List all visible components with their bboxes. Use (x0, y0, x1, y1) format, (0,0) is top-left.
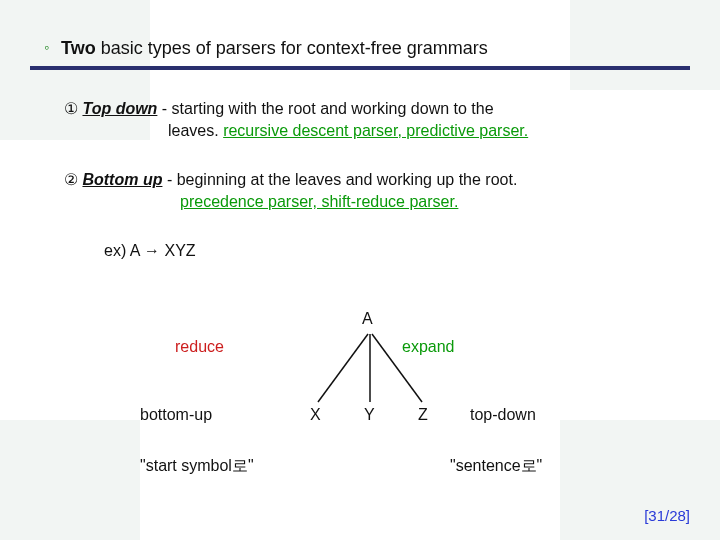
label-sentence: "sentence로" (450, 456, 542, 477)
item1-line2-pre: leaves. (168, 122, 223, 139)
label-start-symbol: "start symbol로" (140, 456, 254, 477)
label-top-down: top-down (470, 406, 536, 424)
item2-num: ② (64, 171, 78, 188)
item1-green: recursive descent parser, predictive par… (223, 122, 528, 139)
svg-line-2 (372, 334, 422, 402)
item2-dash: - (162, 171, 176, 188)
label-reduce: reduce (175, 338, 224, 356)
page-number: [31/28] (644, 507, 690, 524)
label-bottom-up: bottom-up (140, 406, 212, 424)
leaf-Y: Y (364, 406, 375, 424)
item1-num: ① (64, 100, 78, 117)
item1-dash: - (157, 100, 171, 117)
item2-rest: beginning at the leaves and working up t… (177, 171, 518, 188)
item-bottom-up: ② Bottom up - beginning at the leaves an… (64, 169, 670, 212)
heading-strong: Two (61, 38, 96, 58)
heading: ◦ Two basic types of parsers for context… (44, 38, 680, 59)
tree-diagram: A reduce expand bottom-up X Y Z top-down… (120, 310, 600, 510)
item-top-down: ① Top down - starting with the root and … (64, 98, 670, 141)
item1-rest: starting with the root and working down … (172, 100, 494, 117)
heading-rule (30, 66, 690, 70)
item2-green: precedence parser, shift-reduce parser. (180, 193, 458, 210)
bullet-icon: ◦ (44, 39, 49, 55)
slide: ◦ Two basic types of parsers for context… (0, 0, 720, 540)
heading-text: Two basic types of parsers for context-f… (61, 38, 488, 59)
item1-title: Top down (82, 100, 157, 117)
example: ex) A → XYZ (104, 240, 670, 262)
body: ① Top down - starting with the root and … (64, 98, 670, 262)
item2-title: Bottom up (82, 171, 162, 188)
heading-rest: basic types of parsers for context-free … (96, 38, 488, 58)
item2-line2: precedence parser, shift-reduce parser. (180, 191, 670, 213)
leaf-X: X (310, 406, 321, 424)
tree-lines (280, 320, 460, 420)
leaf-Z: Z (418, 406, 428, 424)
item1-line2: leaves. recursive descent parser, predic… (168, 120, 670, 142)
svg-line-0 (318, 334, 368, 402)
